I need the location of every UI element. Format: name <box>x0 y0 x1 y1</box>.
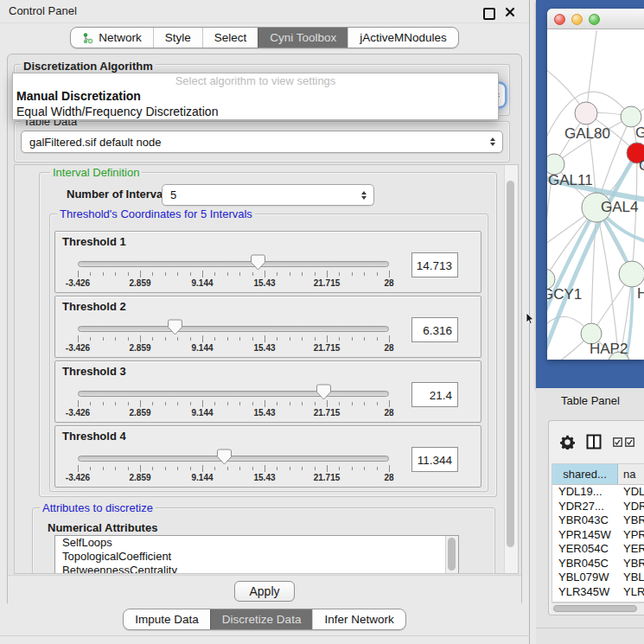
tick-mark <box>327 400 328 407</box>
threshold-value-field[interactable]: 6.316 <box>411 317 458 342</box>
split-columns-icon[interactable] <box>586 434 602 450</box>
cell-shared-name: YER054C <box>552 542 618 557</box>
tick-label: 21.715 <box>314 408 341 418</box>
slider-track[interactable] <box>78 456 389 462</box>
attribute-item-selfloops[interactable]: SelfLoops <box>55 536 458 550</box>
cell-name: YPR1 <box>618 528 644 543</box>
tick-mark <box>239 402 240 405</box>
tick-label: 28 <box>384 343 393 353</box>
tick-mark <box>352 467 353 470</box>
network-edge[interactable] <box>586 30 597 113</box>
scrollbar-thumb[interactable] <box>448 538 456 571</box>
threshold-value-field[interactable]: 11.344 <box>411 447 458 472</box>
apply-button[interactable]: Apply <box>234 581 295 602</box>
slider-thumb[interactable] <box>316 384 331 400</box>
table-row[interactable]: YBR043CYBR0 <box>552 513 644 528</box>
threshold-slider-1[interactable]: -3.4262.8599.14415.4321.71528 <box>78 251 389 290</box>
column-visibility-icons[interactable] <box>613 437 634 447</box>
tab-discretize-data[interactable]: Discretize Data <box>210 609 313 629</box>
slider-thumb[interactable] <box>168 319 182 335</box>
slider-thumb[interactable] <box>251 254 265 271</box>
tab-cyni-toolbox[interactable]: Cyni Toolbox <box>258 28 348 48</box>
network-graph[interactable]: GAL80GAGAL11CGAL4GCY1HHAP2 <box>547 30 644 360</box>
threshold-value-field[interactable]: 21.4 <box>411 382 458 407</box>
zoom-traffic-light-icon[interactable] <box>589 14 600 25</box>
tab-style[interactable]: Style <box>153 28 202 48</box>
tick-mark <box>152 467 153 470</box>
tick-mark <box>389 465 390 472</box>
tick-label: 2.859 <box>129 343 150 353</box>
table-row[interactable]: YLR345WYLR3 <box>552 585 644 600</box>
tick-label: 28 <box>384 278 393 288</box>
slider-track[interactable] <box>78 261 389 267</box>
attribute-item-betweennesscentrality[interactable]: BetweennessCentrality <box>55 564 458 574</box>
column-header-na[interactable]: na <box>618 464 644 484</box>
tick-mark <box>140 465 141 472</box>
settings-pane-scrollbar[interactable] <box>504 165 518 573</box>
column-header-shared[interactable]: shared... <box>552 464 618 484</box>
node-attribute-table[interactable]: shared...na YDL19...YDL1YDR27...YDR2YBR0… <box>552 463 644 603</box>
tab-network[interactable]: Network <box>71 28 153 48</box>
tick-mark <box>377 467 378 470</box>
tick-mark <box>364 272 365 276</box>
tick-mark <box>152 337 153 341</box>
settings-scroll-pane: Interval Definition Number of Intervals … <box>14 164 519 574</box>
tick-label: 28 <box>384 473 393 482</box>
table-row[interactable]: YBL079WYBL0 <box>552 571 644 585</box>
slider-tick-labels: -3.4262.8599.14415.4321.71528 <box>78 473 389 483</box>
slider-thumb[interactable] <box>217 449 232 465</box>
node-label-gal80: GAL80 <box>564 125 610 142</box>
control-panel-window: Control Panel NetworkStyleSelectCyni Too… <box>0 0 530 644</box>
table-data-combobox[interactable]: galFiltered.sif default node <box>21 131 503 153</box>
threshold-slider-3[interactable]: -3.4262.8599.14415.4321.71528 <box>78 380 389 420</box>
network-node[interactable] <box>619 261 644 287</box>
tick-mark <box>239 467 240 470</box>
top-tab-bar: NetworkStyleSelectCyni ToolboxjActiveMNo… <box>0 27 529 48</box>
algorithm-option-equal-width-frequency-discretization[interactable]: Equal Width/Frequency Discretization <box>13 104 498 119</box>
close-icon[interactable] <box>505 7 515 17</box>
table-horizontal-scrollbar[interactable] <box>552 603 644 615</box>
algorithm-option-manual-discretization[interactable]: Manual Discretization <box>13 88 498 104</box>
table-row[interactable]: YBR045CYBR0 <box>552 557 644 571</box>
cell-shared-name: YBR043C <box>552 513 618 528</box>
tick-mark <box>227 402 228 405</box>
tick-mark <box>364 467 365 470</box>
tick-mark <box>377 337 378 341</box>
float-window-icon[interactable] <box>483 8 495 20</box>
tab-impute-data[interactable]: Impute Data <box>124 609 210 629</box>
tick-mark <box>377 402 378 405</box>
tick-mark <box>277 467 277 470</box>
close-traffic-light-icon[interactable] <box>554 14 565 25</box>
tab-jactivemnodules[interactable]: jActiveMNodules <box>348 28 458 48</box>
table-row[interactable]: YDL19...YDL1 <box>552 485 644 500</box>
slider-track[interactable] <box>78 326 389 332</box>
table-row[interactable]: YDR27...YDR2 <box>552 500 644 514</box>
tab-infer-network[interactable]: Infer Network <box>312 609 405 629</box>
tick-mark <box>103 337 104 341</box>
threshold-value-field[interactable]: 14.713 <box>411 252 458 277</box>
numerical-attributes-label: Numerical Attributes <box>48 521 157 534</box>
control-panel-titlebar: Control Panel <box>0 0 529 23</box>
scrollbar-thumb[interactable] <box>507 181 514 547</box>
table-row[interactable]: YER054CYER0 <box>552 542 644 557</box>
attribute-item-topologicalcoefficient[interactable]: TopologicalCoefficient <box>55 550 458 564</box>
scrollbar-thumb[interactable] <box>553 605 637 612</box>
network-node[interactable] <box>575 102 597 124</box>
table-panel-card: shared...na YDL19...YDL1YDR27...YDR2YBR0… <box>548 420 644 615</box>
tab-select[interactable]: Select <box>202 28 258 48</box>
mouse-cursor <box>526 312 535 325</box>
tick-mark <box>78 465 79 472</box>
node-label-gal4: GAL4 <box>601 199 638 215</box>
attributes-list-scrollbar[interactable] <box>445 536 458 574</box>
number-of-intervals-combobox[interactable]: 5 <box>162 184 374 206</box>
tick-mark <box>190 272 191 276</box>
numerical-attributes-list[interactable]: SelfLoopsTopologicalCoefficientBetweenne… <box>54 535 459 574</box>
slider-track[interactable] <box>78 391 389 397</box>
minimize-traffic-light-icon[interactable] <box>571 14 583 25</box>
table-row[interactable]: YPR145WYPR1 <box>552 528 644 543</box>
network-canvas[interactable]: GAL80GAGAL11CGAL4GCY1HHAP2 <box>547 30 644 360</box>
threshold-slider-4[interactable]: -3.4262.8599.14415.4321.71528 <box>78 445 389 485</box>
tick-mark <box>115 272 116 276</box>
threshold-slider-2[interactable]: -3.4262.8599.14415.4321.71528 <box>78 316 389 355</box>
gear-icon[interactable] <box>560 435 575 450</box>
